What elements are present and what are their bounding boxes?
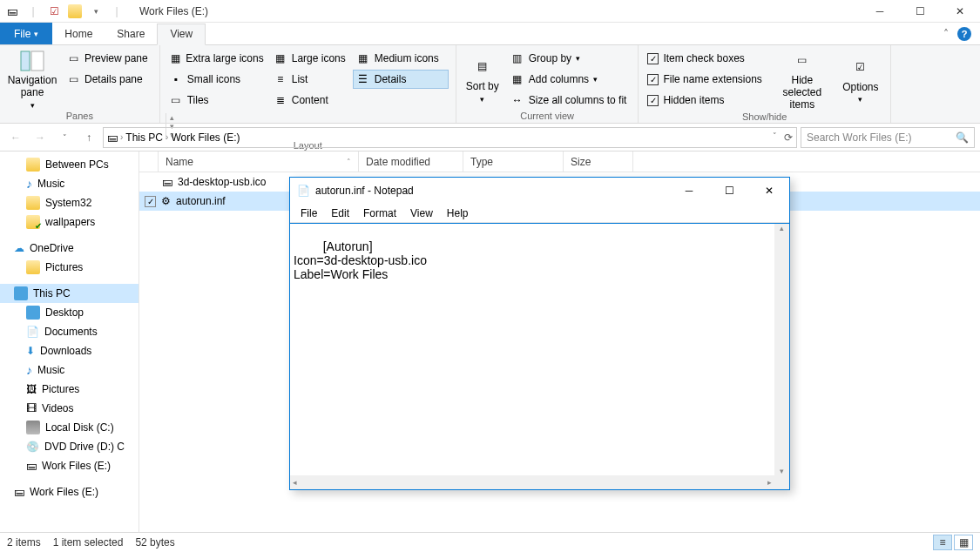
navigation-tree[interactable]: Between PCs ♪Music System32 ✔wallpapers … xyxy=(0,151,139,532)
nav-system32[interactable]: System32 xyxy=(0,193,139,212)
nav-local-disk[interactable]: Local Disk (C:) xyxy=(0,418,139,437)
nav-videos[interactable]: 🎞Videos xyxy=(0,399,139,418)
view-small-icons[interactable]: ▪Small icons xyxy=(166,70,270,89)
notepad-menu-format[interactable]: Format xyxy=(358,205,402,221)
row-checkbox[interactable]: ✓ xyxy=(145,196,156,207)
navigation-pane-button[interactable]: Navigation pane▾ xyxy=(5,49,59,110)
view-extra-large-icons[interactable]: ▦Extra large icons xyxy=(166,49,270,68)
notepad-vertical-scrollbar[interactable]: ▴▾ xyxy=(774,224,789,475)
nav-pictures2[interactable]: 🖼Pictures xyxy=(0,380,139,399)
up-button[interactable]: ↑ xyxy=(78,127,99,148)
size-columns-button[interactable]: ↔Size all columns to fit xyxy=(507,91,633,110)
column-headers[interactable]: Name˄ Date modified Type Size xyxy=(139,151,980,172)
group-by-button[interactable]: ▥Group by ▾ xyxy=(507,49,633,68)
notepad-minimize-button[interactable]: ─ xyxy=(669,178,709,204)
view-list[interactable]: ≡List xyxy=(270,70,353,89)
scroll-left-icon[interactable]: ◂ xyxy=(293,478,297,487)
status-bar: 2 items 1 item selected 52 bytes ≡ ▦ xyxy=(0,532,980,552)
notepad-content: [Autorun] Icon=3d-desktop-usb.ico Label=… xyxy=(294,239,427,281)
help-icon[interactable]: ? xyxy=(957,27,971,41)
options-button[interactable]: ☑Options▾ xyxy=(836,49,885,111)
qat-checkbox-icon[interactable]: ☑ xyxy=(47,4,61,18)
tab-share[interactable]: Share xyxy=(105,23,157,44)
preview-pane-button[interactable]: ▭Preview pane xyxy=(63,49,154,68)
group-label: Current view xyxy=(462,110,633,121)
col-type[interactable]: Type xyxy=(463,151,564,172)
notepad-horizontal-scrollbar[interactable]: ◂▸ xyxy=(290,475,774,489)
notepad-menu-view[interactable]: View xyxy=(405,205,438,221)
scroll-up-icon[interactable]: ▴ xyxy=(780,224,784,232)
notepad-menu-file[interactable]: File xyxy=(295,205,322,221)
recent-locations-button[interactable]: ˅ xyxy=(54,127,75,148)
qat-dropdown-icon[interactable]: ▾ xyxy=(89,4,103,18)
address-dropdown-icon[interactable]: ˅ xyxy=(773,131,777,144)
view-thumbnails-button[interactable]: ▦ xyxy=(954,535,973,550)
nav-desktop[interactable]: Desktop xyxy=(0,303,139,322)
view-large-icons[interactable]: ▦Large icons xyxy=(270,49,353,68)
hidden-items-toggle[interactable]: ✓Hidden items xyxy=(644,91,767,110)
view-details[interactable]: ☰Details xyxy=(353,70,449,89)
view-medium-icons[interactable]: ▦Medium icons xyxy=(353,49,449,68)
chevron-right-icon[interactable]: › xyxy=(120,132,123,142)
notepad-resize-grip[interactable] xyxy=(774,475,789,489)
view-tiles[interactable]: ▭Tiles xyxy=(166,91,270,110)
hide-selected-button[interactable]: ▭Hide selected items xyxy=(772,49,833,111)
ribbon-collapse-icon[interactable]: ˄ xyxy=(943,28,949,40)
view-details-button[interactable]: ≡ xyxy=(933,535,952,550)
nav-work-files-removable[interactable]: 🖴Work Files (E:) xyxy=(0,482,139,502)
tab-file[interactable]: File ▾ xyxy=(0,23,52,44)
notepad-title-bar[interactable]: 📄 autorun.inf - Notepad ─ ☐ ✕ xyxy=(290,178,789,204)
layout-scroll-up-icon[interactable]: ▴ xyxy=(170,113,174,122)
address-bar[interactable]: 🖴 › This PC › Work Files (E:) ˅ ⟳ xyxy=(103,127,797,148)
app-icon: 🖴 xyxy=(5,4,19,18)
nav-onedrive[interactable]: ☁OneDrive xyxy=(0,239,139,258)
ribbon-group-current-view: ▤Sort by▾ ▥Group by ▾ ▦Add columns ▾ ↔Si… xyxy=(456,45,639,123)
nav-downloads[interactable]: ⬇Downloads xyxy=(0,341,139,360)
qat-folder-icon[interactable] xyxy=(68,4,82,18)
add-columns-button[interactable]: ▦Add columns ▾ xyxy=(507,70,633,89)
minimize-button[interactable]: ─ xyxy=(860,0,900,23)
notepad-menu-edit[interactable]: Edit xyxy=(326,205,355,221)
scroll-right-icon[interactable]: ▸ xyxy=(767,478,772,487)
refresh-icon[interactable]: ⟳ xyxy=(784,131,793,144)
nav-pictures[interactable]: Pictures xyxy=(0,258,139,277)
nav-wallpapers[interactable]: ✔wallpapers xyxy=(0,212,139,232)
tab-view[interactable]: View xyxy=(157,24,206,45)
title-bar: 🖴 | ☑ ▾ | Work Files (E:) ─ ☐ ✕ xyxy=(0,0,980,23)
item-check-boxes-toggle[interactable]: ✓Item check boxes xyxy=(644,49,767,68)
search-icon: 🔍 xyxy=(956,131,969,144)
notepad-close-button[interactable]: ✕ xyxy=(749,178,789,204)
search-input[interactable]: Search Work Files (E:) 🔍 xyxy=(801,127,975,148)
breadcrumb-work-files[interactable]: Work Files (E:) xyxy=(171,131,240,144)
forward-button[interactable]: → xyxy=(30,127,51,148)
col-date[interactable]: Date modified xyxy=(359,151,463,172)
col-size[interactable]: Size xyxy=(564,151,633,172)
group-label: Show/hide xyxy=(644,111,884,122)
maximize-button[interactable]: ☐ xyxy=(900,0,940,23)
view-content[interactable]: ≣Content xyxy=(270,91,353,110)
notepad-window[interactable]: 📄 autorun.inf - Notepad ─ ☐ ✕ File Edit … xyxy=(289,177,790,490)
notepad-menu-help[interactable]: Help xyxy=(442,205,474,221)
breadcrumb-this-pc[interactable]: This PC xyxy=(125,131,163,144)
sort-by-button[interactable]: ▤Sort by▾ xyxy=(462,49,504,110)
nav-dvd-drive[interactable]: 💿DVD Drive (D:) C xyxy=(0,437,139,456)
notepad-maximize-button[interactable]: ☐ xyxy=(709,178,749,204)
nav-this-pc[interactable]: This PC xyxy=(0,284,139,303)
ribbon: Navigation pane▾ ▭Preview pane ▭Details … xyxy=(0,45,980,124)
nav-documents[interactable]: 📄Documents xyxy=(0,322,139,341)
chevron-right-icon[interactable]: › xyxy=(166,132,168,142)
close-button[interactable]: ✕ xyxy=(940,0,980,23)
notepad-text-area[interactable]: [Autorun] Icon=3d-desktop-usb.ico Label=… xyxy=(290,223,789,489)
scroll-down-icon[interactable]: ▾ xyxy=(780,467,784,475)
file-extensions-toggle[interactable]: ✓File name extensions xyxy=(644,70,767,89)
nav-between-pcs[interactable]: Between PCs xyxy=(0,155,139,174)
back-button[interactable]: ← xyxy=(5,127,26,148)
tab-home[interactable]: Home xyxy=(52,23,105,44)
nav-music[interactable]: ♪Music xyxy=(0,174,139,193)
drive-icon: 🖴 xyxy=(107,131,118,144)
notepad-title: autorun.inf - Notepad xyxy=(315,185,414,197)
nav-work-files[interactable]: 🖴Work Files (E:) xyxy=(0,456,139,475)
nav-music2[interactable]: ♪Music xyxy=(0,360,139,380)
details-pane-button[interactable]: ▭Details pane xyxy=(63,70,154,89)
col-name[interactable]: Name˄ xyxy=(159,151,359,172)
